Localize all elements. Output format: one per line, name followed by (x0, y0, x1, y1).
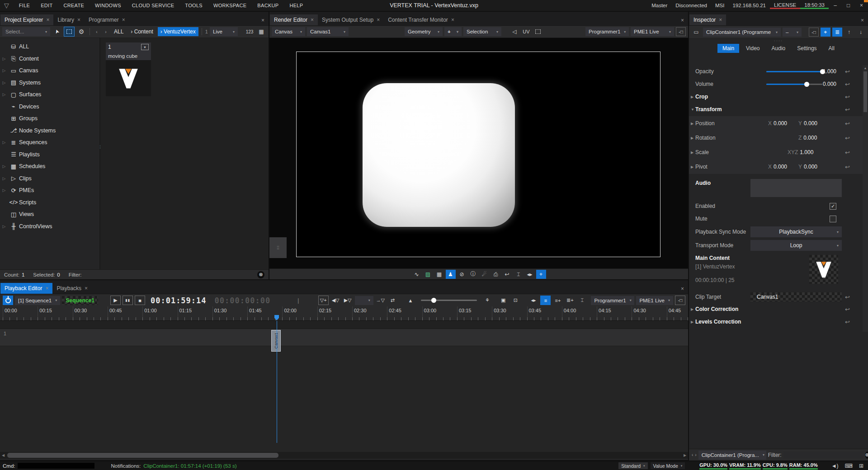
tree-item[interactable]: ▷ ▤ Systems (0, 77, 99, 89)
grid-icon[interactable]: ▦ (434, 270, 444, 279)
expand-chevron-icon[interactable]: ▷ (0, 188, 8, 193)
tree-item[interactable]: ▷ </> Scripts (0, 197, 99, 209)
breadcrumb-content[interactable]: › Content (128, 27, 156, 36)
panel-tab[interactable]: Programmer (85, 14, 129, 25)
pin-icon[interactable]: -□ (675, 296, 685, 305)
window-layout-icon[interactable]: ⊞ (857, 463, 865, 469)
reset-icon[interactable]: ↩ (845, 94, 850, 100)
menu-item[interactable]: CLOUD SERVICE (127, 0, 180, 11)
expand-chevron-icon[interactable]: ▷ (0, 224, 8, 229)
rotation-z-field[interactable]: Z0.000 (798, 135, 817, 141)
opacity-value[interactable]: 1.000 (813, 68, 836, 75)
collapsed-chevron-icon[interactable]: ▶ (691, 95, 693, 99)
panel-tab[interactable]: Playback Editor (0, 283, 52, 294)
main-content-thumbnail[interactable] (809, 255, 838, 284)
levels-correction-section[interactable]: ▶ Levels Correction ↩ (689, 315, 863, 328)
arrow-up-icon[interactable]: ↑ (844, 28, 854, 37)
menu-item[interactable]: WORKSPACE (208, 0, 252, 11)
value-mode-dropdown[interactable]: Value Mode (651, 462, 685, 469)
inspected-object-dropdown[interactable]: ClipContainer1 (Progra... (698, 451, 766, 460)
inspector-scrollbar[interactable]: ▲ (863, 65, 868, 332)
main-content-item[interactable]: [1] VentuzVertex (695, 263, 735, 270)
pme-dropdown[interactable]: PME1 Live (631, 27, 674, 36)
reset-view-icon[interactable]: ↩ (502, 270, 512, 279)
menu-item[interactable]: HELP (284, 0, 308, 11)
expand-chevron-icon[interactable]: ▷ (0, 56, 8, 61)
expand-chevron-icon[interactable]: ▷ (0, 140, 8, 145)
position-x-field[interactable]: X0.000 (768, 120, 787, 127)
programmer-dropdown[interactable]: Programmer1 (585, 27, 629, 36)
breadcrumb-current[interactable]: › VentuzVertex (158, 27, 198, 36)
marker-dropdown[interactable] (355, 296, 373, 305)
tree-item[interactable]: ▷ ▢ Surfaces (0, 89, 99, 101)
render-viewport[interactable]: ⁞⁞ (269, 38, 688, 268)
tree-item[interactable]: ▷ ☰ Playlists (0, 149, 99, 161)
speaker-icon[interactable]: ◄) (830, 463, 840, 469)
disable-overlays-icon[interactable]: ⊘ (457, 270, 467, 279)
volume-value[interactable]: 0.000 (813, 81, 836, 87)
scrollbar-thumb[interactable] (863, 71, 867, 112)
crop-section[interactable]: ▶ Crop ↩ (689, 90, 863, 103)
insert-row-icon[interactable]: ≣+ (565, 296, 575, 305)
group-icon[interactable]: ⚘ (482, 296, 493, 305)
tree-item[interactable]: ▷ ◫ Views (0, 208, 99, 221)
scroll-left-icon[interactable]: ◀ (0, 452, 6, 459)
motion-blur-icon[interactable]: ☄ (480, 270, 490, 279)
playback-sync-dropdown[interactable]: PlaybackSync (750, 226, 842, 237)
reset-icon[interactable]: ↩ (845, 135, 850, 141)
uv-toggle[interactable]: UV (521, 27, 531, 36)
pin-icon[interactable]: -□ (676, 27, 686, 36)
menu-item[interactable]: WINDOWS (90, 0, 127, 11)
prev-marker-icon[interactable]: ◀▽ (330, 296, 341, 305)
snapshot-icon[interactable]: ⎙ (491, 270, 501, 279)
notification-message[interactable]: ClipContainer1: 01:57:14 (+01:19) (53 s) (143, 463, 236, 469)
scroll-right-icon[interactable]: ▶ (682, 452, 688, 459)
expanded-chevron-icon[interactable]: ▼ (691, 108, 694, 112)
history-forward-icon[interactable]: › (695, 451, 696, 459)
width-gauge-icon[interactable]: ◂▸ (525, 270, 535, 279)
region-select-icon[interactable] (533, 27, 543, 36)
cursor-tool-icon[interactable]: ➤ (52, 27, 62, 36)
collapsed-chevron-icon[interactable]: ▶ (691, 165, 693, 169)
breadcrumb-back-icon[interactable]: ‹ (93, 28, 100, 36)
maximize-button[interactable]: □ (842, 0, 855, 11)
panel-tab[interactable]: Library (53, 14, 85, 25)
command-input[interactable] (18, 463, 94, 469)
menu-item[interactable]: CREATE (58, 0, 90, 11)
slider-thumb[interactable] (431, 298, 436, 303)
filter-input[interactable] (783, 451, 863, 459)
timeline-ruler[interactable]: 00:0000:1500:3000:4501:0001:1501:3001:45… (0, 306, 688, 321)
reset-icon[interactable]: ↩ (845, 120, 850, 127)
inspector-tab[interactable]: Video (741, 44, 764, 53)
scale-xyz-field[interactable]: XYZ1.000 (788, 149, 813, 155)
menu-item[interactable]: EDIT (35, 0, 58, 11)
collapsed-chevron-icon[interactable]: ▶ (691, 150, 693, 155)
transform-section[interactable]: ▼ Transform ↩ (689, 103, 863, 116)
panel-tab[interactable]: Content Transfer Monitor (384, 14, 458, 25)
scrollbar-thumb[interactable] (7, 453, 278, 458)
grid-view-icon[interactable]: ▦ (256, 27, 266, 36)
breadcrumb-root[interactable]: ALL (111, 27, 126, 36)
clear-filter-icon[interactable]: ⊗ (257, 271, 264, 278)
position-y-field[interactable]: Y0.000 (798, 120, 817, 127)
clip-target-field[interactable]: Canvas1 (750, 292, 842, 301)
arrow-down-icon[interactable]: ↓ (856, 28, 866, 37)
pin-icon[interactable]: -□ (809, 28, 819, 37)
reset-icon[interactable]: ↩ (845, 164, 850, 170)
move-tool-dropdown[interactable]: + (444, 27, 462, 36)
timecode-display[interactable]: 00:01:59:14 (151, 296, 207, 305)
programmer-dropdown[interactable]: Programmer1 (591, 296, 634, 305)
select-dropdown[interactable]: Select... (2, 27, 50, 36)
history-back-icon[interactable]: ‹ (692, 451, 693, 459)
pme-dropdown[interactable]: PME1 Live (636, 296, 673, 305)
follow-selection-icon[interactable]: ⌖ (821, 28, 830, 37)
next-marker-icon[interactable]: ▶▽ (343, 296, 353, 305)
collapsed-chevron-icon[interactable]: ▶ (691, 307, 693, 311)
tree-item[interactable]: ▷ ▦ Schedules (0, 160, 99, 173)
reset-icon[interactable]: ↩ (845, 106, 850, 113)
height-gauge-icon[interactable]: ⌶ (514, 270, 524, 279)
inspector-tab[interactable]: Main (717, 44, 739, 53)
frame-selection-icon[interactable]: ⊡ (510, 296, 521, 305)
inspected-object-dropdown[interactable]: ClipContainer1 (Programme (703, 28, 781, 37)
inspector-tab[interactable]: Audio (767, 44, 791, 53)
